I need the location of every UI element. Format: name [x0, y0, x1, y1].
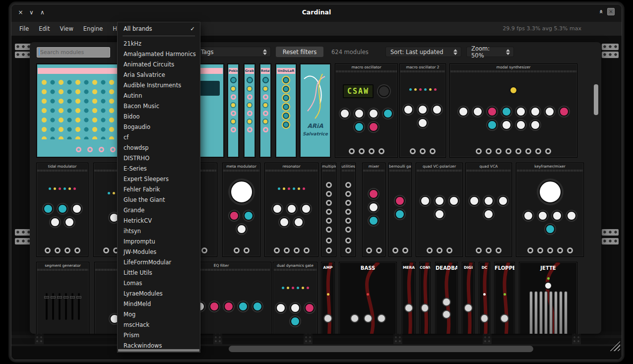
port-jack	[527, 247, 533, 253]
brand-option[interactable]: JW-Modules	[118, 247, 200, 257]
brand-option[interactable]: Bidoo	[118, 112, 200, 122]
knob	[58, 204, 67, 214]
menu-engine[interactable]: Engine	[83, 25, 103, 32]
brand-option[interactable]: LifeFormModular	[118, 257, 200, 268]
led	[59, 187, 61, 190]
port-jack	[345, 238, 351, 243]
tags-select[interactable]: Tags	[196, 47, 271, 57]
module-card-quad-vca[interactable]: quad VCA	[465, 163, 512, 257]
sort-select[interactable]: Sort: Last updated	[385, 47, 461, 57]
brand-option[interactable]: Glue the Giant	[118, 195, 200, 205]
menu-edit[interactable]: Edit	[39, 25, 50, 32]
module-card-utilities[interactable]: utilities	[341, 163, 356, 257]
zoom-select[interactable]: Zoom: 50%	[466, 47, 514, 57]
brand-option[interactable]: Impromptu	[118, 237, 200, 247]
module-card-jette[interactable]: JETTE	[519, 262, 577, 334]
spring	[559, 291, 563, 334]
module-card-segment-generator[interactable]: segment generator	[36, 262, 89, 334]
module-card-meta-modulator[interactable]: meta modulator	[222, 163, 260, 257]
module-card-macro-oscillator[interactable]: macro oscillatorCSAW	[335, 63, 398, 158]
collapse-icon[interactable]: «	[597, 9, 605, 13]
module-card-dc[interactable]: DC	[479, 262, 490, 334]
module-body	[339, 274, 396, 334]
brand-option[interactable]: Little Utils	[118, 268, 200, 278]
module-card-dual-dynamics-gate[interactable]: dual dynamics gate	[273, 262, 317, 334]
module-card-flopper[interactable]: FLOPPER	[494, 262, 515, 334]
port-jack	[74, 247, 80, 253]
brand-option[interactable]: Mog	[118, 309, 200, 320]
module-card-digi[interactable]: DIGI	[462, 262, 475, 334]
brand-option[interactable]: MindMeld	[118, 299, 200, 309]
module-card-mixer[interactable]: mixer	[362, 163, 385, 257]
module-card-keyframer-mixer[interactable]: keyframer/mixer	[516, 163, 584, 257]
brand-option-all[interactable]: All brands ✓	[118, 22, 200, 35]
knob	[502, 107, 511, 117]
brand-option[interactable]: DISTRHO	[118, 153, 200, 164]
module-card-mera[interactable]: MERA	[402, 262, 416, 334]
module-card-tidal-modulator[interactable]: tidal modulator	[36, 163, 88, 257]
brand-option[interactable]: Aria Salvatrice	[118, 70, 200, 80]
module-card-undular[interactable]: UnDuLaR	[275, 63, 297, 158]
module-card-amp[interactable]: AMP	[321, 262, 335, 334]
module-body	[416, 172, 462, 243]
app-tray-icon[interactable]: ✕	[607, 8, 615, 15]
vertical-scrollbar[interactable]	[594, 84, 598, 115]
brand-option[interactable]: 21kHz	[118, 39, 200, 49]
brand-option[interactable]: Grande	[118, 205, 200, 216]
brand-option[interactable]: Bacon Music	[118, 101, 200, 112]
brand-option[interactable]: Audible Instruments	[118, 80, 200, 91]
module-title: DEADBAND	[436, 262, 457, 271]
reset-filters-label: Reset filters	[283, 49, 317, 56]
module-card-rotatoes[interactable]: Rotatoes	[259, 63, 271, 158]
module-card-macro-oscillator-2[interactable]: macro oscillator 2	[399, 63, 446, 158]
module-card-deadband[interactable]: DEADBAND	[435, 262, 458, 334]
module-card-resonator[interactable]: resonator	[264, 163, 318, 257]
knob	[383, 109, 393, 119]
port-jack	[284, 247, 290, 253]
module-card-conv[interactable]: CONV	[419, 262, 431, 334]
module-count: 624 modules	[331, 49, 369, 56]
module-card-modal-synthesizer[interactable]: modal synthesizer	[449, 63, 577, 158]
brand-option[interactable]: Lomas	[118, 278, 200, 289]
module-card-pokies[interactable]: Pokies	[227, 63, 239, 158]
aria-circle	[231, 111, 236, 116]
brand-option[interactable]: mscHack	[118, 320, 200, 330]
brand-option[interactable]: ihtsyn	[118, 226, 200, 237]
brand-option[interactable]: Fehler Fabrik	[118, 184, 200, 195]
brand-option[interactable]: Autinn	[118, 91, 200, 101]
brand-option[interactable]: Expert Sleepers	[118, 174, 200, 184]
aria-circle	[230, 102, 236, 108]
port-jack	[496, 148, 502, 154]
module-title: segment generator	[37, 262, 89, 269]
menu-scroll-indicator[interactable]	[118, 349, 199, 352]
knob	[567, 211, 576, 221]
brand-option[interactable]: chowdsp	[118, 143, 200, 153]
brand-option[interactable]: E-Series	[118, 164, 200, 174]
module-card-bass[interactable]: BASS	[339, 262, 397, 334]
reset-filters-button[interactable]: Reset filters	[276, 47, 323, 57]
module-card-quad-vc-polarizer[interactable]: quad VC-polarizer	[416, 163, 463, 257]
module-body	[341, 172, 355, 243]
module-card-grabby[interactable]: Grabby	[244, 63, 255, 158]
brand-option[interactable]: Prism	[118, 330, 200, 341]
port-jack	[515, 148, 521, 154]
brand-option[interactable]: Animated Circuits	[118, 60, 200, 70]
brand-option[interactable]: Bogaudio	[118, 122, 200, 132]
module-card-multiples[interactable]: multiples	[321, 163, 336, 257]
menu-file[interactable]: File	[19, 25, 29, 32]
aria-circle	[262, 102, 268, 108]
brand-option[interactable]: LyraeModules	[118, 289, 200, 299]
module-card-bernoulli-gate[interactable]: bernoulli gate	[388, 163, 412, 257]
led	[283, 187, 285, 190]
brand-option[interactable]: Amalgamated Harmonics	[118, 49, 200, 60]
brand-option[interactable]: HetrickCV	[118, 216, 200, 226]
menu-view[interactable]: View	[60, 25, 73, 32]
module-card[interactable]: ARiASalvatrice	[300, 63, 331, 158]
port-jack	[506, 148, 511, 154]
horizontal-scrollbar[interactable]	[229, 346, 533, 352]
brand-option[interactable]: cf	[118, 132, 200, 143]
aria-circle	[247, 102, 253, 108]
search-input[interactable]	[37, 47, 110, 58]
aria-circle	[247, 111, 253, 116]
knob	[484, 196, 494, 206]
